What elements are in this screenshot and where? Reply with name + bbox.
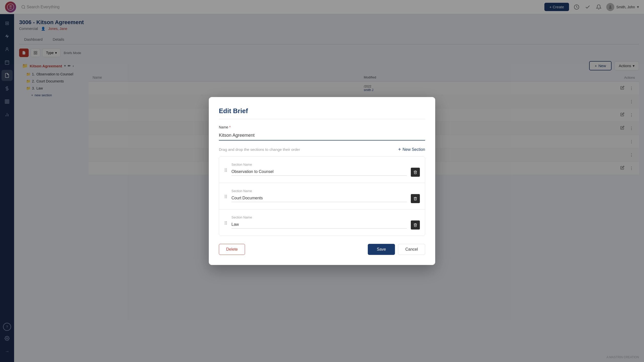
delete-button[interactable]: Delete (219, 244, 245, 255)
new-section-plus-icon: + (398, 147, 401, 152)
modal-actions: Save Cancel (368, 244, 425, 255)
section-input-2[interactable] (231, 194, 407, 202)
modal-title: Edit Brief (219, 107, 425, 115)
name-label: Name * (219, 125, 425, 129)
section-row-2: ⠿ Section Name (219, 183, 425, 209)
modal-overlay[interactable]: Edit Brief Name * Drag and drop the sect… (0, 0, 644, 362)
section-label-2: Section Name (231, 189, 407, 193)
section-row-1: ⠿ Section Name (219, 157, 425, 183)
sections-container: ⠿ Section Name ⠿ Section Name (219, 156, 425, 236)
drag-handle-1[interactable]: ⠿ (224, 168, 227, 173)
new-section-button[interactable]: + New Section (398, 147, 425, 152)
section-input-3[interactable] (231, 221, 407, 229)
sections-hint: Drag and drop the sections to change the… (219, 147, 300, 152)
section-input-group-2: Section Name (231, 189, 407, 202)
drag-handle-2[interactable]: ⠿ (224, 194, 227, 200)
section-input-1[interactable] (231, 168, 407, 176)
section-input-group-3: Section Name (231, 215, 407, 229)
required-asterisk: * (229, 125, 230, 129)
name-form-group: Name * (219, 125, 425, 141)
section-delete-button-2[interactable] (411, 194, 420, 203)
section-input-group-1: Section Name (231, 163, 407, 176)
section-delete-button-1[interactable] (411, 168, 420, 177)
new-section-label: New Section (403, 147, 425, 152)
section-row-3: ⠿ Section Name (219, 209, 425, 236)
name-input[interactable] (219, 131, 425, 141)
save-button[interactable]: Save (368, 244, 395, 255)
modal-footer: Delete Save Cancel (219, 244, 425, 255)
edit-brief-modal: Edit Brief Name * Drag and drop the sect… (209, 97, 435, 265)
section-delete-button-3[interactable] (411, 220, 420, 230)
cancel-button[interactable]: Cancel (398, 244, 425, 255)
section-label-1: Section Name (231, 163, 407, 166)
modal-divider (219, 119, 425, 119)
section-label-3: Section Name (231, 215, 407, 219)
drag-handle-3[interactable]: ⠿ (224, 220, 227, 226)
sections-header: Drag and drop the sections to change the… (219, 147, 425, 152)
